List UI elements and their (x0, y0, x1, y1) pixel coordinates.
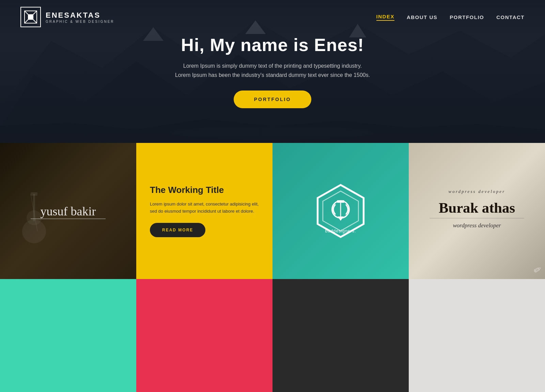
svg-text:wordpress developer: wordpress developer (453, 222, 501, 229)
burak-script-svg: wordpress developer Burak athas wordpres… (422, 177, 531, 245)
nav-item-about[interactable]: ABOUT US (407, 14, 437, 20)
svg-text:baddesigners.: baddesigners. (325, 229, 356, 233)
grid-item-burak[interactable]: wordpress developer Burak athas wordpres… (409, 143, 545, 279)
grid-item-dark[interactable] (272, 279, 409, 392)
hero-desc: Lorem Ipsum is simply dummy text of the … (175, 61, 370, 80)
grid-item-working[interactable]: The Working Title Lorem ipsum dolor sit … (136, 143, 272, 279)
yusuf-inner: yusuf bakir (0, 143, 136, 279)
main-nav: INDEX ABOUT US PORTFOLIO CONTACT (376, 14, 525, 21)
grid-item-baddesigners[interactable]: baddesigners. (272, 143, 409, 279)
portfolio-grid: yusuf bakir The Working Title Lorem ipsu… (0, 143, 545, 392)
svg-rect-3 (28, 14, 33, 20)
yusuf-script-svg: yusuf bakir (20, 197, 116, 224)
logo-icon (20, 7, 41, 27)
working-inner: The Working Title Lorem ipsum dolor sit … (136, 143, 272, 279)
burak-inner: wordpress developer Burak athas wordpres… (409, 143, 545, 279)
nav-item-portfolio[interactable]: PORTFOLIO (450, 14, 484, 20)
working-title: The Working Title (150, 185, 224, 195)
svg-text:wordpress developer: wordpress developer (449, 189, 505, 194)
svg-marker-25 (338, 216, 344, 221)
grid-item-light[interactable] (409, 279, 545, 392)
working-desc: Lorem ipsum dolor sit amet, consectetur … (150, 201, 259, 215)
hero-content: Hi, My name is Enes! Lorem Ipsum is simp… (175, 35, 370, 108)
hero-desc-line1: Lorem Ipsum is simply dummy text of the … (183, 63, 362, 69)
logo-name: ENESAKTAS (46, 11, 114, 20)
grid-item-red[interactable] (136, 279, 272, 392)
bad-inner: baddesigners. (272, 143, 409, 279)
svg-rect-23 (337, 200, 344, 203)
read-more-button[interactable]: READ MORE (150, 223, 205, 237)
logo-text-block: ENESAKTAS GRAPHIC & WEB DESIGNER (46, 11, 114, 23)
pencils-icon: ✏ (531, 263, 544, 277)
logo-svg (24, 10, 37, 24)
nav-item-index[interactable]: INDEX (376, 14, 394, 21)
hero-desc-line2: Lorem Ipsum has been the industry's stan… (175, 72, 370, 78)
baddesigners-logo-svg: baddesigners. (310, 180, 371, 242)
svg-text:yusuf bakir: yusuf bakir (41, 205, 96, 218)
logo: ENESAKTAS GRAPHIC & WEB DESIGNER (20, 7, 114, 27)
portfolio-button[interactable]: PORTFOLIO (234, 91, 312, 108)
grid-item-yusuf[interactable]: yusuf bakir (0, 143, 136, 279)
nav-item-contact[interactable]: CONTACT (496, 14, 525, 20)
grid-item-teal[interactable] (0, 279, 136, 392)
hero-title: Hi, My name is Enes! (175, 35, 370, 55)
logo-sub: GRAPHIC & WEB DESIGNER (46, 20, 114, 23)
svg-text:Burak athas: Burak athas (439, 200, 515, 216)
svg-rect-16 (31, 192, 37, 196)
header: ENESAKTAS GRAPHIC & WEB DESIGNER INDEX A… (0, 0, 545, 34)
